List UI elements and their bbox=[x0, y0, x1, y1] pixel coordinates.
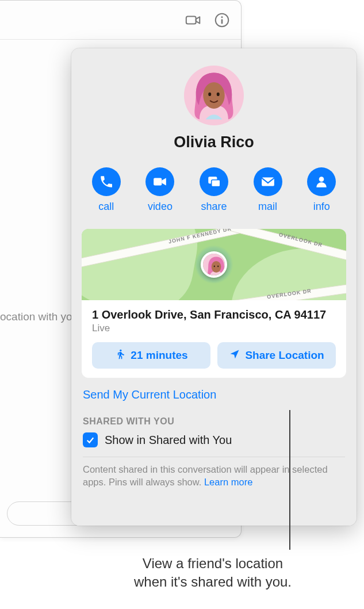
call-label: call bbox=[98, 201, 114, 213]
info-button[interactable]: info bbox=[307, 167, 336, 213]
svg-point-7 bbox=[217, 93, 220, 96]
callout-caption: View a friend's location when it's share… bbox=[0, 554, 357, 592]
contact-avatar bbox=[184, 66, 244, 125]
svg-point-15 bbox=[214, 266, 215, 267]
facetime-video-icon[interactable] bbox=[185, 12, 202, 29]
video-button[interactable]: video bbox=[145, 167, 174, 213]
svg-rect-0 bbox=[186, 16, 196, 24]
location-status: Live bbox=[92, 323, 336, 334]
details-popover: Olivia Rico call video share mail bbox=[71, 48, 357, 526]
mail-icon bbox=[254, 167, 282, 196]
svg-point-14 bbox=[212, 261, 221, 273]
location-card: John F Kennedy Dr Overlook Dr Overlook D… bbox=[82, 229, 346, 378]
divider bbox=[83, 457, 345, 457]
contact-location-pin bbox=[201, 251, 227, 278]
show-in-shared-label: Show in Shared with You bbox=[105, 434, 232, 447]
svg-rect-8 bbox=[154, 178, 162, 186]
share-location-button[interactable]: Share Location bbox=[217, 342, 336, 369]
person-icon bbox=[307, 167, 336, 196]
mail-label: mail bbox=[258, 201, 277, 213]
show-in-shared-checkbox[interactable] bbox=[83, 432, 98, 447]
info-icon[interactable] bbox=[213, 12, 231, 29]
shared-with-you-heading: Shared with You bbox=[71, 407, 357, 432]
share-button[interactable]: share bbox=[200, 167, 228, 213]
share-label: share bbox=[201, 201, 227, 213]
walk-time-label: 21 minutes bbox=[131, 349, 187, 362]
svg-rect-3 bbox=[221, 19, 223, 24]
show-in-shared-row: Show in Shared with You bbox=[71, 432, 357, 455]
phone-icon bbox=[92, 167, 121, 196]
walk-directions-button[interactable]: 21 minutes bbox=[92, 342, 210, 369]
svg-point-12 bbox=[319, 177, 324, 182]
svg-rect-10 bbox=[212, 180, 220, 187]
learn-more-link[interactable]: Learn more bbox=[204, 477, 252, 487]
contact-name: Olivia Rico bbox=[71, 133, 357, 151]
toolbar bbox=[0, 1, 241, 40]
svg-point-5 bbox=[203, 82, 224, 109]
call-button[interactable]: call bbox=[92, 167, 121, 213]
svg-point-2 bbox=[221, 16, 223, 18]
info-label: info bbox=[313, 201, 330, 213]
svg-point-17 bbox=[120, 349, 122, 351]
send-current-location-link[interactable]: Send My Current Location bbox=[71, 378, 357, 407]
walk-icon bbox=[114, 348, 126, 363]
contact-actions: call video share mail info bbox=[71, 167, 357, 213]
shared-footnote: Content shared in this conversation will… bbox=[71, 463, 357, 489]
share-location-label: Share Location bbox=[245, 349, 324, 362]
svg-rect-11 bbox=[262, 177, 274, 186]
mail-button[interactable]: mail bbox=[254, 167, 282, 213]
svg-point-6 bbox=[208, 93, 211, 96]
location-map[interactable]: John F Kennedy Dr Overlook Dr Overlook D… bbox=[82, 229, 346, 300]
share-screen-icon bbox=[200, 167, 228, 196]
location-address: 1 Overlook Drive, San Francisco, CA 9411… bbox=[92, 308, 336, 321]
video-icon bbox=[145, 167, 174, 196]
callout-leader-line bbox=[289, 410, 290, 550]
video-label: video bbox=[148, 201, 173, 213]
svg-point-16 bbox=[217, 266, 219, 267]
location-arrow-icon bbox=[229, 348, 240, 363]
